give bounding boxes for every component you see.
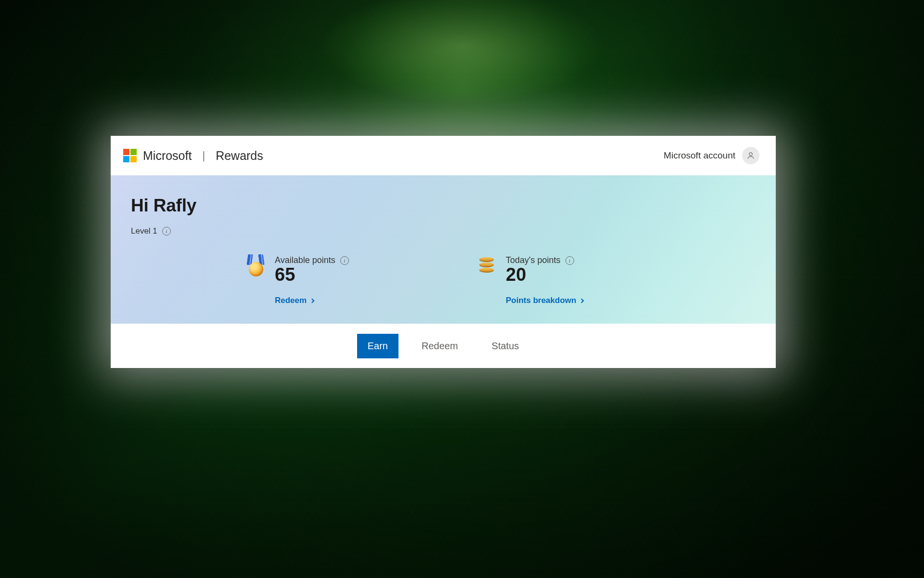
brand-label: Microsoft <box>143 149 192 163</box>
account-link[interactable]: Microsoft account <box>664 150 735 161</box>
avatar-button[interactable] <box>742 147 759 164</box>
tab-redeem[interactable]: Redeem <box>411 334 469 358</box>
chevron-right-icon <box>310 298 315 303</box>
product-label: Rewards <box>216 149 263 163</box>
stat-todays-points: Today's points i 20 Points breakdown <box>475 255 583 305</box>
available-points-value: 65 <box>275 264 349 285</box>
todays-points-value: 20 <box>506 264 583 285</box>
points-breakdown-link-text: Points breakdown <box>506 296 576 305</box>
redeem-link[interactable]: Redeem <box>275 296 349 305</box>
hero-panel: Hi Rafly Level 1 i Available points i 65… <box>111 175 776 324</box>
svg-point-0 <box>749 153 752 156</box>
rewards-card: Microsoft | Rewards Microsoft account Hi… <box>111 136 776 368</box>
tab-status[interactable]: Status <box>481 334 530 358</box>
tab-earn[interactable]: Earn <box>357 334 398 358</box>
redeem-link-text: Redeem <box>275 296 307 305</box>
medal-icon <box>244 254 268 277</box>
level-text: Level 1 <box>131 226 157 236</box>
greeting-text: Hi Rafly <box>131 196 756 216</box>
coins-icon <box>475 254 499 277</box>
points-breakdown-link[interactable]: Points breakdown <box>506 296 583 305</box>
microsoft-logo-icon <box>123 149 137 162</box>
card-header: Microsoft | Rewards Microsoft account <box>111 136 776 175</box>
info-icon[interactable]: i <box>162 227 171 236</box>
todays-points-label: Today's points <box>506 255 561 265</box>
available-points-label: Available points <box>275 255 335 265</box>
info-icon[interactable]: i <box>340 256 349 265</box>
level-row: Level 1 i <box>131 226 756 236</box>
stat-available-points: Available points i 65 Redeem <box>244 255 475 305</box>
brand-divider: | <box>202 149 205 162</box>
info-icon[interactable]: i <box>565 256 574 265</box>
chevron-right-icon <box>579 298 584 303</box>
tab-bar: Earn Redeem Status <box>111 324 776 368</box>
person-icon <box>746 151 755 160</box>
